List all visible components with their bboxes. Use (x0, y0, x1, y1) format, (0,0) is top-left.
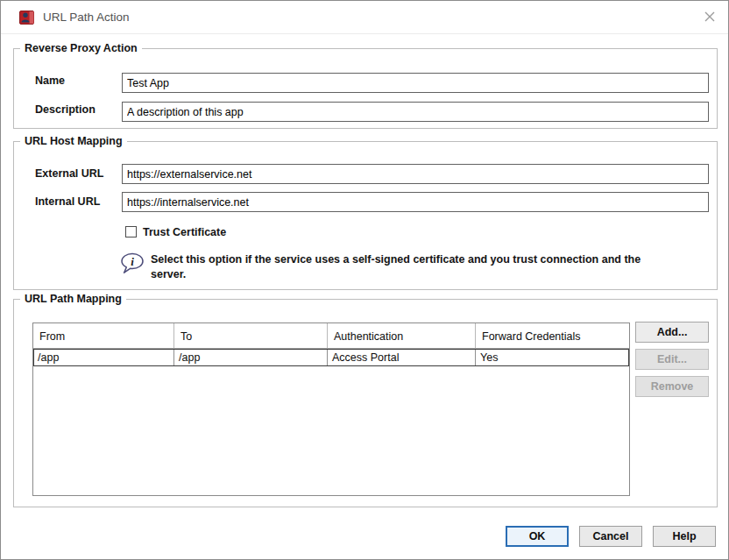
add-button[interactable]: Add... (635, 322, 709, 343)
trust-certificate-info-text: Select this option if the service uses a… (151, 252, 676, 282)
column-header-forward-credentials: Forward Credentials (476, 323, 629, 348)
trust-certificate-checkbox[interactable] (125, 226, 137, 237)
table-header-row: From To Authentication Forward Credentia… (33, 323, 629, 349)
edit-button[interactable]: Edit... (635, 349, 709, 370)
column-header-from: From (33, 323, 174, 348)
cancel-button[interactable]: Cancel (579, 526, 642, 547)
svg-text:i: i (131, 255, 134, 268)
cell-to: /app (174, 349, 328, 366)
help-button[interactable]: Help (653, 526, 716, 547)
window-title: URL Path Action (43, 11, 130, 24)
name-input[interactable] (122, 73, 709, 93)
cell-authentication: Access Portal (328, 349, 476, 366)
app-icon (19, 11, 34, 25)
table-row-selected[interactable]: /app /app Access Portal Yes (33, 349, 629, 366)
remove-button[interactable]: Remove (635, 376, 709, 397)
group-url-path-mapping: URL Path Mapping From To Authentication … (13, 299, 718, 507)
group-reverse-proxy-action: Reverse Proxy Action Name Description (13, 48, 718, 129)
cell-from: /app (33, 349, 174, 366)
url-path-action-dialog: URL Path Action Reverse Proxy Action Nam… (0, 0, 729, 560)
group-title: URL Host Mapping (20, 135, 127, 147)
close-icon[interactable] (702, 10, 717, 25)
column-header-to: To (174, 323, 328, 348)
group-title: Reverse Proxy Action (20, 42, 142, 54)
column-header-authentication: Authentication (328, 323, 476, 348)
url-path-mapping-table: From To Authentication Forward Credentia… (32, 323, 630, 496)
group-url-host-mapping: URL Host Mapping External URL Internal U… (13, 141, 718, 290)
description-input[interactable] (122, 102, 709, 122)
trust-certificate-label: Trust Certificate (143, 226, 226, 238)
external-url-input[interactable] (122, 164, 709, 184)
external-url-label: External URL (35, 167, 104, 180)
name-label: Name (35, 74, 65, 87)
ok-button[interactable]: OK (506, 526, 569, 547)
group-title: URL Path Mapping (20, 293, 126, 305)
info-icon: i (120, 252, 145, 275)
internal-url-label: Internal URL (35, 195, 100, 208)
cell-forward-credentials: Yes (476, 349, 629, 366)
titlebar: URL Path Action (1, 1, 728, 34)
description-label: Description (35, 103, 96, 116)
internal-url-input[interactable] (122, 192, 709, 212)
